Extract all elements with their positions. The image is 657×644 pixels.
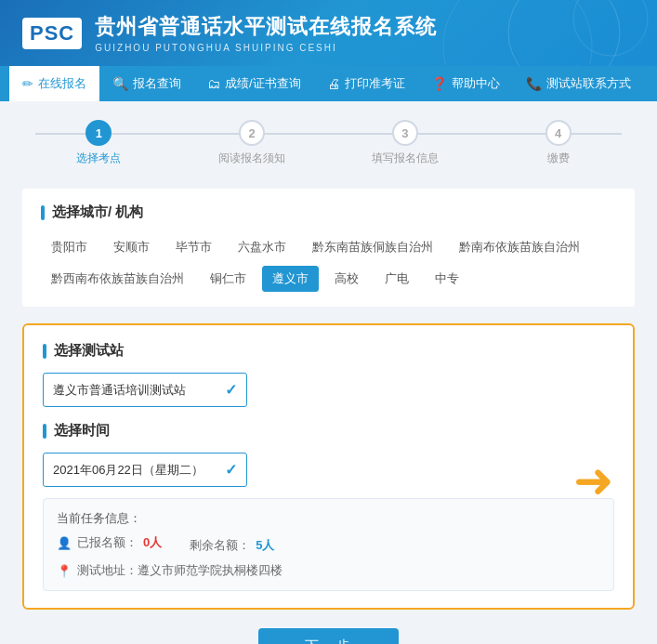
step-3-circle: 3: [392, 120, 418, 146]
remaining-label: 剩余名额：: [190, 537, 250, 554]
step-3: 3 填写报名信息: [329, 120, 482, 166]
station-dropdown[interactable]: 遵义市普通话培训测试站 ✓: [43, 373, 247, 407]
time-section-title: 选择时间: [43, 422, 614, 440]
nav-score-query[interactable]: 🗂 成绩/证书查询: [194, 66, 314, 101]
main-content: 1 选择考点 2 阅读报名须知 3 填写报名信息 4 缴费 选择城市/ 机构 贵…: [0, 101, 657, 644]
city-section-title: 选择城市/ 机构: [41, 204, 616, 221]
city-tab-gaoxiao[interactable]: 高校: [324, 266, 369, 292]
step-1: 1 选择考点: [22, 120, 176, 166]
nav-contact-label: 测试站联系方式: [546, 75, 631, 92]
nav-register-query-label: 报名查询: [133, 75, 181, 92]
checkmark-icon: ✓: [225, 381, 237, 399]
step-3-label: 填写报名信息: [372, 151, 439, 166]
header-title-box: 贵州省普通话水平测试在线报名系统 GUIZHOU PUTONGHUA SHUIP…: [95, 13, 437, 53]
nav-help-center-label: 帮助中心: [452, 75, 500, 92]
search-icon: 🔍: [112, 76, 128, 91]
nav-print-admission[interactable]: 🖨 打印准考证: [314, 66, 418, 101]
step-2: 2 阅读报名须知: [176, 120, 329, 166]
city-section: 选择城市/ 机构 贵阳市 安顺市 毕节市 六盘水市 黔东南苗族侗族自治州 黔南布…: [22, 189, 635, 307]
time-selected-value: 2021年06月22日（星期二）: [53, 462, 204, 479]
checkmark-icon-time: ✓: [225, 461, 237, 479]
city-tab-qiandongnan[interactable]: 黔东南苗族侗族自治州: [302, 234, 443, 260]
registered-value: 0人: [143, 534, 162, 551]
folder-icon: 🗂: [207, 76, 220, 91]
city-tab-zhongzhuan[interactable]: 中专: [425, 266, 469, 292]
nav-online-register-label: 在线报名: [38, 75, 86, 92]
city-tab-guangdian[interactable]: 广电: [374, 266, 419, 292]
station-section-title: 选择测试站: [43, 342, 614, 360]
registered-label: 已报名额：: [77, 534, 138, 551]
step-4-circle: 4: [545, 120, 572, 146]
phone-icon: 📞: [526, 76, 542, 91]
city-tab-zunyi[interactable]: 遵义市: [262, 266, 319, 292]
station-selected-value: 遵义市普通话培训测试站: [53, 382, 186, 399]
next-button[interactable]: 下一步: [258, 628, 399, 644]
logo: PSC: [22, 18, 82, 49]
nav-online-register[interactable]: ✏ 在线报名: [9, 66, 99, 101]
city-tabs: 贵阳市 安顺市 毕节市 六盘水市 黔东南苗族侗族自治州 黔南布依族苗族自治州 黔…: [41, 234, 616, 292]
location-icon: 📍: [57, 564, 72, 578]
nav-contact[interactable]: 📞 测试站联系方式: [513, 66, 644, 101]
time-dropdown[interactable]: 2021年06月22日（星期二） ✓: [43, 453, 247, 487]
info-box: 当前任务信息： 👤 已报名额： 0人 剩余名额： 5人 📍 测试地址：遵义市师范…: [43, 498, 614, 591]
selection-box: 选择测试站 遵义市普通话培训测试站 ✓ 选择时间 2021年06月22日（星期二…: [22, 323, 635, 610]
remaining-info-row: 剩余名额： 5人: [190, 534, 274, 557]
step-2-label: 阅读报名须知: [218, 151, 285, 166]
person-icon: 👤: [57, 536, 72, 550]
steps-bar: 1 选择考点 2 阅读报名须知 3 填写报名信息 4 缴费: [22, 120, 635, 166]
navbar: ✏ 在线报名 🔍 报名查询 🗂 成绩/证书查询 🖨 打印准考证 ❓ 帮助中心 📞…: [0, 66, 657, 101]
city-tab-bijie[interactable]: 毕节市: [165, 234, 222, 260]
edit-icon: ✏: [22, 76, 33, 91]
header-title: 贵州省普通话水平测试在线报名系统: [95, 13, 437, 41]
step-1-circle: 1: [85, 120, 112, 146]
registered-info-row: 👤 已报名额： 0人: [57, 534, 162, 551]
city-tab-tongren[interactable]: 铜仁市: [200, 266, 256, 292]
help-icon: ❓: [431, 76, 447, 91]
print-icon: 🖨: [327, 76, 340, 91]
header-subtitle: GUIZHOU PUTONGHUA SHUIPING CESHI: [95, 43, 437, 53]
address-value: 测试地址：遵义市师范学院执桐楼四楼: [77, 562, 283, 579]
info-counts: 👤 已报名额： 0人 剩余名额： 5人: [57, 534, 600, 557]
nav-help-center[interactable]: ❓ 帮助中心: [418, 66, 513, 101]
header: PSC 贵州省普通话水平测试在线报名系统 GUIZHOU PUTONGHUA S…: [0, 0, 657, 66]
city-tab-qiannan[interactable]: 黔南布依族苗族自治州: [449, 234, 590, 260]
step-2-circle: 2: [239, 120, 265, 146]
info-title: 当前任务信息：: [57, 510, 600, 527]
city-tab-anshun[interactable]: 安顺市: [103, 234, 160, 260]
step-4-label: 缴费: [547, 151, 570, 166]
city-tab-liupanshui[interactable]: 六盘水市: [228, 234, 296, 260]
nav-register-query[interactable]: 🔍 报名查询: [99, 66, 194, 101]
nav-print-admission-label: 打印准考证: [345, 75, 405, 92]
city-tab-qianxinan[interactable]: 黔西南布依族苗族自治州: [41, 266, 194, 292]
step-1-label: 选择考点: [76, 151, 121, 166]
address-info-row: 📍 测试地址：遵义市师范学院执桐楼四楼: [57, 562, 600, 579]
city-tab-guiyang[interactable]: 贵阳市: [41, 234, 98, 260]
remaining-value: 5人: [256, 537, 274, 554]
nav-score-query-label: 成绩/证书查询: [225, 75, 301, 92]
step-4: 4 缴费: [481, 120, 635, 166]
